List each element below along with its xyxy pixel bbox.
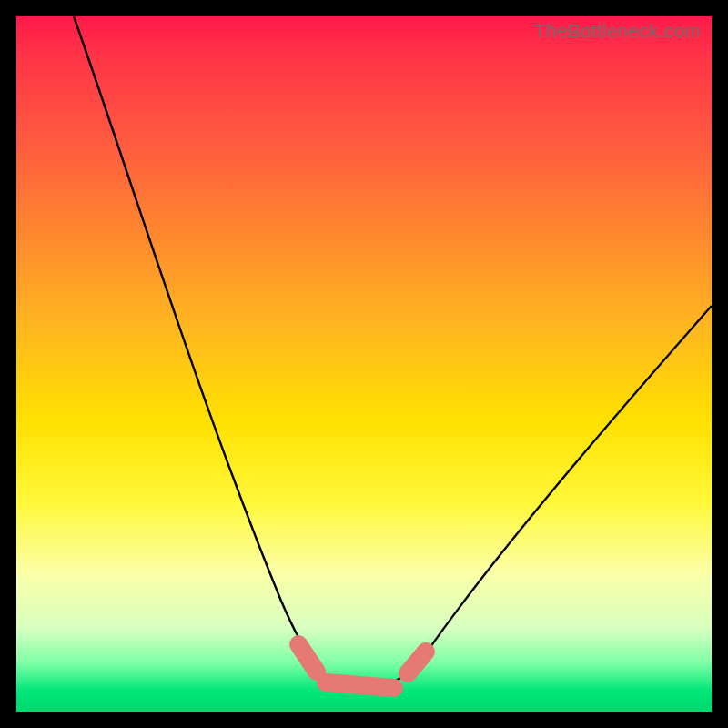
chart-panel: TheBottleneck.com <box>16 16 712 712</box>
svg-line-0 <box>298 644 317 672</box>
watermark-text: TheBottleneck.com <box>534 20 701 42</box>
svg-line-1 <box>326 682 394 688</box>
bottleneck-chart <box>16 16 712 712</box>
chart-markers <box>298 644 426 688</box>
svg-line-2 <box>408 652 426 673</box>
chart-line <box>74 16 712 688</box>
